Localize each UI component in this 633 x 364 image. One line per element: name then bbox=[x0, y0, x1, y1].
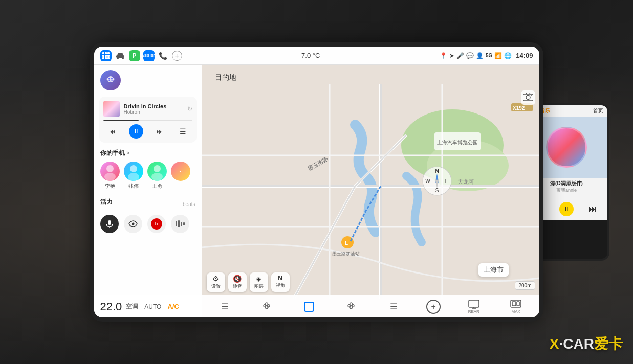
svg-rect-68 bbox=[512, 302, 516, 306]
ac-auto[interactable]: AUTO bbox=[144, 303, 161, 310]
svg-rect-69 bbox=[517, 302, 519, 306]
mic-activity-button[interactable] bbox=[100, 215, 119, 233]
eye-activity-button[interactable] bbox=[124, 215, 142, 233]
svg-text:W: W bbox=[425, 178, 430, 184]
svg-rect-27 bbox=[178, 220, 180, 228]
svg-rect-64 bbox=[469, 300, 479, 307]
add-toolbar-button[interactable]: + bbox=[426, 300, 441, 314]
mic-icon: 🎤 bbox=[456, 52, 464, 59]
settings-toolbar-button[interactable] bbox=[257, 301, 276, 313]
contact-avatar-2 bbox=[124, 162, 143, 181]
add-icon[interactable]: + bbox=[172, 51, 182, 61]
progress-bar[interactable] bbox=[103, 120, 192, 121]
camera-button[interactable] bbox=[521, 90, 535, 105]
watermark-car: CAR bbox=[563, 336, 594, 352]
secondary-song-title: 漂(D调原版伴) bbox=[530, 180, 603, 187]
contact-name-3: 王勇 bbox=[152, 183, 162, 190]
map-area: 墨玉南路 天龙可 上海汽车博览公园 L 墨玉路加油站 X192 bbox=[202, 65, 539, 317]
rear-button[interactable]: REAR bbox=[465, 299, 483, 315]
activity-title: 活力 bbox=[100, 198, 113, 207]
fan-icon bbox=[261, 302, 272, 312]
bottom-toolbar: ☰ bbox=[202, 295, 539, 317]
signal-label: 5G bbox=[486, 53, 492, 58]
music-controls: ⏮ ⏸ ⏭ ☰ bbox=[103, 124, 192, 139]
phone-icon[interactable]: 📞 bbox=[158, 50, 169, 61]
prev-button[interactable]: ⏮ bbox=[105, 124, 120, 139]
layers-label: 图层 bbox=[254, 283, 264, 290]
settings-icon: ⚙ bbox=[212, 275, 219, 283]
beats-logo: b bbox=[151, 218, 162, 230]
layers-button[interactable]: ◈ 图层 bbox=[250, 272, 268, 292]
svg-rect-1 bbox=[105, 52, 107, 54]
menu-button-2[interactable]: ☰ bbox=[384, 301, 403, 312]
next-button[interactable]: ⏭ bbox=[152, 124, 167, 139]
city-label: 上海市 bbox=[478, 263, 509, 277]
music-text: Drivin in Circles Hotiron bbox=[124, 103, 183, 115]
person-icon: 👤 bbox=[476, 52, 484, 59]
contact-avatar-3 bbox=[147, 162, 167, 181]
svg-point-17 bbox=[106, 165, 114, 172]
contact-more[interactable]: ··· bbox=[171, 162, 190, 190]
music-app-subtitle: 首页 bbox=[593, 107, 603, 115]
progress-fill bbox=[103, 120, 139, 121]
svg-point-16 bbox=[113, 78, 114, 81]
clock: 14:09 bbox=[516, 52, 533, 59]
svg-point-14 bbox=[111, 78, 113, 80]
contact-avatar-4: ··· bbox=[171, 162, 190, 181]
svg-rect-7 bbox=[105, 57, 107, 59]
svg-text:E: E bbox=[444, 178, 448, 184]
activity-section: 活力 beats bbox=[94, 194, 202, 295]
sync-icon[interactable]: ↻ bbox=[187, 105, 192, 112]
contact-name-2: 张伟 bbox=[128, 183, 139, 190]
settings-label: 设置 bbox=[211, 283, 221, 290]
map-pin-icon: 📍 bbox=[440, 52, 447, 59]
artist-name: Hotiron bbox=[124, 109, 183, 115]
mute-button[interactable]: 🔇 静音 bbox=[228, 272, 247, 292]
secondary-next-button[interactable]: ⏭ bbox=[588, 204, 597, 214]
ac-mode[interactable]: A/C bbox=[167, 303, 179, 310]
sidebar: Drivin in Circles Hotiron ↻ ⏮ ⏸ ⏭ ☰ bbox=[94, 65, 202, 317]
svg-rect-3 bbox=[102, 55, 104, 57]
svg-point-22 bbox=[151, 173, 163, 181]
music-player: Drivin in Circles Hotiron ↻ ⏮ ⏸ ⏭ ☰ bbox=[99, 97, 197, 143]
contacts-row: 李艳 张伟 bbox=[100, 162, 195, 192]
phone-section-title[interactable]: 你的手机 > bbox=[100, 149, 195, 157]
svg-text:S: S bbox=[435, 188, 439, 193]
max-button[interactable]: MAX bbox=[507, 299, 525, 315]
svg-point-20 bbox=[128, 173, 139, 181]
svg-rect-4 bbox=[105, 55, 107, 57]
activity-icons: b bbox=[100, 215, 195, 233]
car-icon[interactable] bbox=[115, 50, 126, 61]
contact-li-yan[interactable]: 李艳 bbox=[100, 162, 120, 190]
parking-icon[interactable]: P bbox=[129, 50, 140, 61]
svg-text:上海汽车博览公园: 上海汽车博览公园 bbox=[437, 140, 478, 145]
ai-avatar[interactable] bbox=[100, 70, 121, 90]
fan-button-right[interactable] bbox=[342, 301, 360, 313]
svg-point-21 bbox=[154, 165, 161, 172]
sound-activity-button[interactable] bbox=[171, 215, 189, 233]
settings-button[interactable]: ⚙ 设置 bbox=[207, 272, 225, 292]
svg-rect-0 bbox=[102, 52, 104, 54]
contact-wang-yong[interactable]: 王勇 bbox=[147, 162, 167, 190]
status-bar: P ASSIST 📞 + 7.0 °C 📍 ➤ 🎤 💬 bbox=[94, 47, 539, 65]
assist-icon[interactable]: ASSIST bbox=[143, 50, 155, 61]
grid-icon[interactable] bbox=[100, 50, 112, 61]
system-icons: 📍 ➤ 🎤 💬 👤 5G 📶 🌐 bbox=[440, 52, 512, 59]
beats-activity-button[interactable]: b bbox=[147, 215, 166, 233]
phone-label: 你的手机 bbox=[100, 149, 125, 157]
secondary-play-button[interactable]: ⏸ bbox=[559, 202, 574, 216]
svg-rect-23 bbox=[108, 220, 111, 225]
album-art bbox=[103, 101, 120, 117]
playlist-button[interactable]: ☰ bbox=[176, 124, 190, 139]
svg-text:天龙可: 天龙可 bbox=[457, 178, 474, 185]
home-button[interactable] bbox=[300, 300, 318, 314]
contact-zhang-wei[interactable]: 张伟 bbox=[124, 162, 143, 190]
svg-point-25 bbox=[132, 223, 134, 225]
play-pause-button[interactable]: ⏸ bbox=[129, 124, 143, 139]
menu-button-1[interactable]: ☰ bbox=[215, 301, 234, 312]
svg-rect-28 bbox=[181, 222, 182, 226]
song-title: Drivin in Circles bbox=[124, 103, 183, 109]
main-content: Drivin in Circles Hotiron ↻ ⏮ ⏸ ⏭ ☰ bbox=[94, 65, 539, 317]
signal-bars-icon: 📶 bbox=[494, 52, 502, 59]
view-button[interactable]: N 视角 bbox=[271, 272, 290, 292]
